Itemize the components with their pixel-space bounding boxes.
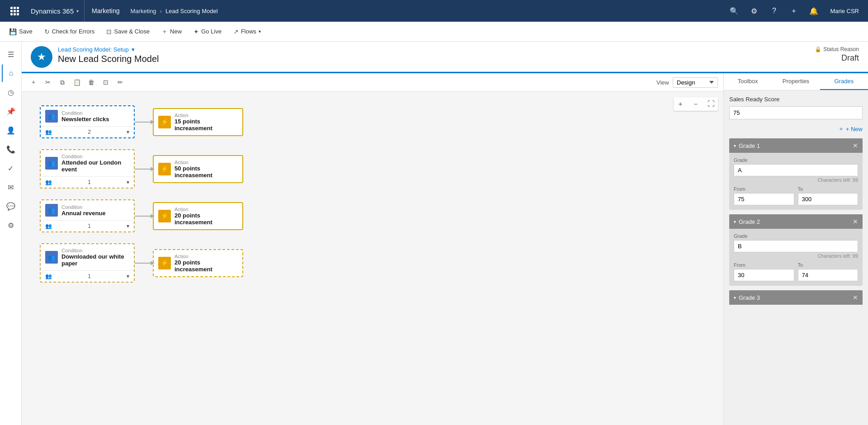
condition-node-3[interactable]: 👥 Condition Annual revenue 👥 1 ▾ bbox=[40, 199, 135, 232]
sidebar-pinned-icon[interactable]: 📌 bbox=[2, 102, 20, 120]
user-menu[interactable]: Marie CSR bbox=[825, 0, 864, 22]
zoom-in-button[interactable]: ＋ bbox=[674, 97, 687, 111]
topbar-icons: 🔍 ⚙ ? ＋ 🔔 Marie CSR bbox=[725, 0, 864, 22]
grade-1-from: From bbox=[734, 186, 794, 205]
pencil-tool-button[interactable]: ✏ bbox=[114, 76, 127, 89]
grade-2-header[interactable]: ▾ Grade 2 ✕ bbox=[729, 214, 863, 229]
flow-row-2: 👥 Condition Attended our London event 👥 … bbox=[40, 149, 705, 189]
action-2-type: Action bbox=[175, 160, 238, 165]
new-grade-button[interactable]: ＋ + New bbox=[838, 122, 863, 136]
node-3-header: 👥 Condition Annual revenue bbox=[41, 200, 134, 220]
module-label[interactable]: Marketing bbox=[85, 0, 127, 22]
flows-button[interactable]: ↗ Flows ▾ bbox=[228, 24, 266, 40]
action-node-4[interactable]: ⚡ Action 20 points increasement bbox=[153, 249, 243, 277]
search-button[interactable]: 🔍 bbox=[725, 0, 743, 22]
app-launcher-button[interactable] bbox=[4, 0, 25, 22]
copy-tool-button[interactable]: ⧉ bbox=[56, 76, 69, 89]
grade-3-toggle[interactable]: ▾ Grade 3 bbox=[734, 294, 760, 301]
action-node-3[interactable]: ⚡ Action 20 points increasement bbox=[153, 202, 243, 230]
panel-content: Sales Ready Score ＋ + New ▾ bbox=[724, 90, 868, 425]
settings-icon-btn[interactable]: ⚙ bbox=[745, 0, 763, 22]
check-errors-button[interactable]: ↻ Check for Errors bbox=[39, 24, 100, 40]
app-name-button[interactable]: Dynamics 365 ▾ bbox=[25, 0, 85, 22]
action-node-1[interactable]: ⚡ Action 15 points increasement bbox=[153, 108, 243, 136]
notifications-button[interactable]: 🔔 bbox=[805, 0, 823, 22]
node-2-chevron-icon[interactable]: ▾ bbox=[127, 179, 129, 185]
grade-1-header[interactable]: ▾ Grade 1 ✕ bbox=[729, 138, 863, 153]
condition-node-2[interactable]: 👥 Condition Attended our London event 👥 … bbox=[40, 149, 135, 189]
sidebar-phone-icon[interactable]: 📞 bbox=[2, 140, 20, 158]
node-3-footer: 👥 1 ▾ bbox=[41, 220, 134, 231]
action-icon-3: ⚡ bbox=[158, 210, 171, 222]
zoom-out-button[interactable]: － bbox=[689, 97, 703, 111]
action-3-header: ⚡ Action 20 points increasement bbox=[154, 203, 242, 229]
grade-3-header[interactable]: ▾ Grade 3 ✕ bbox=[729, 290, 863, 305]
condition-icon-1: 👥 bbox=[45, 110, 58, 123]
sidebar-contacts-icon[interactable]: 👤 bbox=[2, 121, 20, 139]
condition-node-1[interactable]: 👥 Condition Newsletter clicks 👥 2 bbox=[40, 105, 135, 138]
breadcrumb-separator: › bbox=[160, 8, 162, 14]
canvas-container: ＋ ✂ ⧉ 📋 🗑 ⊡ ✏ View Design Audit bbox=[22, 73, 868, 425]
sidebar-chat-icon[interactable]: 💬 bbox=[2, 197, 20, 215]
zoom-fit-button[interactable]: ⛶ bbox=[704, 97, 718, 111]
node-3-type: Condition bbox=[61, 204, 106, 210]
condition-node-4[interactable]: 👥 Condition Downloaded our white paper 👥… bbox=[40, 243, 135, 283]
node-4-count: 1 bbox=[88, 273, 91, 279]
action-node-2[interactable]: ⚡ Action 50 points increasement bbox=[153, 155, 243, 183]
tab-toolbox[interactable]: Toolbox bbox=[724, 73, 772, 90]
action-3-labels: Action 20 points increasement bbox=[175, 207, 238, 226]
sales-ready-score-input[interactable] bbox=[729, 106, 863, 119]
paste-tool-button[interactable]: 📋 bbox=[71, 76, 83, 89]
node-2-header: 👥 Condition Attended our London event bbox=[41, 150, 134, 176]
sidebar-email-icon[interactable]: ✉ bbox=[2, 178, 20, 196]
sidebar-tasks-icon[interactable]: ✓ bbox=[2, 159, 20, 177]
connector-2 bbox=[135, 169, 153, 170]
grade-1-close-button[interactable]: ✕ bbox=[853, 142, 858, 149]
record-setup-link[interactable]: Lead Scoring Model: Setup ▾ bbox=[58, 46, 815, 53]
sidebar-settings-icon[interactable]: ⚙ bbox=[2, 216, 20, 234]
tab-grades[interactable]: Grades bbox=[820, 73, 868, 90]
canvas-area[interactable]: ＋ － ⛶ 👥 Condition bbox=[22, 92, 723, 425]
flows-chevron-icon: ▾ bbox=[259, 29, 261, 34]
grade-2-to: To bbox=[798, 262, 859, 281]
top-bar: Dynamics 365 ▾ Marketing Marketing › Lea… bbox=[0, 0, 868, 22]
grade-2-close-button[interactable]: ✕ bbox=[853, 218, 858, 225]
node-3-chevron-icon[interactable]: ▾ bbox=[127, 223, 129, 229]
tab-properties[interactable]: Properties bbox=[772, 73, 820, 90]
cut-tool-button[interactable]: ✂ bbox=[42, 76, 54, 89]
grade-1-body: Grade Characters left: 99 From bbox=[729, 153, 863, 210]
grade-1-grade-row: Grade Characters left: 99 bbox=[734, 157, 858, 183]
screenshot-tool-button[interactable]: ⊡ bbox=[99, 76, 112, 89]
new-record-button[interactable]: ＋ bbox=[785, 0, 803, 22]
save-button[interactable]: 💾 Save bbox=[4, 24, 38, 40]
go-live-icon: ✦ bbox=[193, 28, 199, 35]
node-4-chevron-icon[interactable]: ▾ bbox=[127, 273, 129, 279]
grade-1-toggle[interactable]: ▾ Grade 1 bbox=[734, 142, 760, 149]
node-1-name: Newsletter clicks bbox=[61, 116, 109, 123]
status-value: Draft bbox=[815, 53, 859, 63]
node-1-chevron-icon[interactable]: ▾ bbox=[127, 129, 129, 135]
add-tool-button[interactable]: ＋ bbox=[27, 76, 40, 89]
help-button[interactable]: ? bbox=[765, 0, 783, 22]
sidebar-menu-icon[interactable]: ☰ bbox=[2, 45, 20, 63]
sidebar-home-icon[interactable]: ⌂ bbox=[2, 64, 20, 82]
new-button[interactable]: ＋ New bbox=[156, 24, 187, 40]
sidebar-recent-icon[interactable]: ◷ bbox=[2, 83, 20, 101]
delete-tool-button[interactable]: 🗑 bbox=[85, 76, 98, 89]
grade-2-toggle[interactable]: ▾ Grade 2 bbox=[734, 218, 760, 225]
save-close-button[interactable]: ⊡ Save & Close bbox=[101, 24, 155, 40]
command-bar: 💾 Save ↻ Check for Errors ⊡ Save & Close… bbox=[0, 22, 868, 42]
grade-1-to-input[interactable] bbox=[798, 193, 859, 205]
canvas-toolbar: ＋ ✂ ⧉ 📋 🗑 ⊡ ✏ View Design Audit bbox=[22, 73, 723, 92]
go-live-button[interactable]: ✦ Go Live bbox=[188, 24, 227, 40]
breadcrumb-parent[interactable]: Marketing bbox=[131, 8, 156, 14]
node-2-name: Attended our London event bbox=[61, 159, 129, 173]
grade-2-to-input[interactable] bbox=[798, 269, 859, 281]
grade-2-from-input[interactable] bbox=[734, 269, 794, 281]
grade-1-from-input[interactable] bbox=[734, 193, 794, 205]
setup-chevron-icon: ▾ bbox=[132, 46, 135, 53]
grade-2-grade-input[interactable] bbox=[734, 240, 858, 252]
grade-3-close-button[interactable]: ✕ bbox=[853, 294, 858, 301]
view-select[interactable]: Design Audit bbox=[673, 77, 718, 88]
grade-1-grade-input[interactable] bbox=[734, 164, 858, 176]
